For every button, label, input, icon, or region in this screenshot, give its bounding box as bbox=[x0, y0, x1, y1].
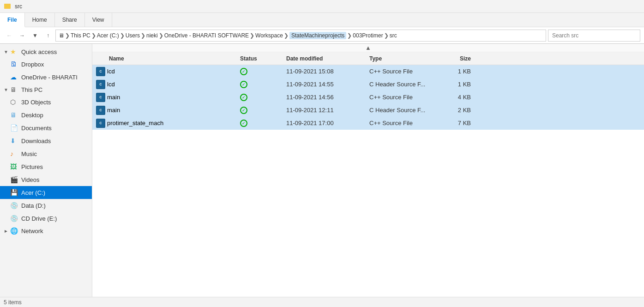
sidebar-item-3dobjects[interactable]: ⬡ 3D Objects bbox=[0, 96, 92, 108]
search-box[interactable] bbox=[548, 30, 640, 42]
cpp-file-icon-2: C bbox=[96, 80, 105, 89]
path-statemachine[interactable]: StateMachineprojects bbox=[289, 32, 346, 39]
cpp-file-icon-5: C bbox=[96, 119, 105, 128]
file-date-2: 11-09-2021 14:55 bbox=[286, 81, 369, 88]
sidebar-item-acerc[interactable]: 💾 Acer (C:) bbox=[0, 186, 92, 199]
path-src[interactable]: src bbox=[390, 32, 397, 39]
cddrive-icon: 💿 bbox=[10, 215, 18, 222]
sidebar-item-cddrive[interactable]: 💿 CD Drive (E:) bbox=[0, 212, 92, 225]
path-users[interactable]: Users bbox=[126, 32, 140, 39]
file-name-4: main bbox=[107, 107, 120, 114]
sidebar-label-pictures: Pictures bbox=[21, 163, 43, 170]
file-name-5: protimer_state_mach bbox=[107, 120, 163, 126]
file-status-3: ✓ bbox=[240, 94, 286, 101]
file-date-5: 11-09-2021 17:00 bbox=[286, 120, 369, 126]
file-name-3: main bbox=[107, 94, 120, 101]
sidebar-item-pictures[interactable]: 🖼 Pictures bbox=[0, 160, 92, 173]
sidebar-item-desktop[interactable]: 🖥 Desktop bbox=[0, 108, 92, 121]
file-status-5: ✓ bbox=[240, 120, 286, 127]
tab-file[interactable]: File bbox=[0, 13, 25, 27]
tab-home[interactable]: Home bbox=[25, 13, 55, 27]
title-bar-icons bbox=[4, 3, 11, 10]
thispc-icon: 🖥 bbox=[10, 86, 18, 93]
sidebar-label-music: Music bbox=[21, 150, 37, 157]
sidebar-label-dropbox: Dropbox bbox=[21, 61, 44, 68]
tab-view[interactable]: View bbox=[85, 13, 112, 27]
file-icon-3: C bbox=[96, 93, 105, 102]
datad-icon: 💿 bbox=[10, 202, 18, 209]
chevron-down-icon-thispc: ▼ bbox=[4, 87, 8, 92]
sidebar-item-onedrive[interactable]: ☁ OneDrive - BHARATI bbox=[0, 71, 92, 84]
table-row[interactable]: C main ✓ 11-09-2021 14:56 C++ Source Fil… bbox=[92, 91, 644, 104]
sidebar-label-desktop: Desktop bbox=[21, 112, 43, 119]
file-type-5: C++ Source File bbox=[369, 120, 443, 126]
file-date-4: 11-09-2021 12:11 bbox=[286, 107, 369, 114]
sidebar-item-videos[interactable]: 🎬 Videos bbox=[0, 173, 92, 186]
search-input[interactable] bbox=[552, 32, 636, 39]
file-icon-2: C bbox=[96, 80, 105, 89]
col-header-date[interactable]: Date modified bbox=[286, 55, 369, 62]
file-name-cell-5: C protimer_state_mach bbox=[92, 119, 240, 128]
file-status-4: ✓ bbox=[240, 107, 286, 114]
ribbon: File Home Share View bbox=[0, 13, 644, 27]
dropdown-button[interactable]: ▼ bbox=[30, 30, 41, 41]
sidebar-item-downloads[interactable]: ⬇ Downloads bbox=[0, 134, 92, 147]
onedrive-icon: ☁ bbox=[10, 73, 18, 81]
col-header-size[interactable]: Size bbox=[443, 55, 480, 62]
up-button[interactable]: ↑ bbox=[42, 30, 54, 41]
table-row[interactable]: C main ✓ 11-09-2021 12:11 C Header Sourc… bbox=[92, 104, 644, 117]
synced-icon-2: ✓ bbox=[240, 81, 247, 88]
sidebar-item-quick-access[interactable]: ▼ ★ Quick access bbox=[0, 46, 92, 58]
path-workspace[interactable]: Workspace bbox=[255, 32, 283, 39]
col-header-name[interactable]: Name bbox=[92, 55, 240, 62]
table-row[interactable]: C lcd ✓ 11-09-2021 15:08 C++ Source File… bbox=[92, 65, 644, 78]
path-thispc[interactable]: This PC bbox=[71, 32, 90, 39]
network-icon: 🌐 bbox=[10, 227, 18, 235]
sidebar-item-dropbox[interactable]: 🖻 Dropbox bbox=[0, 58, 92, 71]
file-icon-4: C bbox=[96, 106, 105, 115]
file-icon-1: C bbox=[96, 67, 105, 76]
table-row[interactable]: C lcd ✓ 11-09-2021 14:55 C Header Source… bbox=[92, 78, 644, 91]
path-home-icon: 🖥 bbox=[59, 32, 64, 39]
address-path[interactable]: 🖥 ❯ This PC ❯ Acer (C:) ❯ Users ❯ nieki … bbox=[55, 30, 546, 42]
title-bar: src bbox=[0, 0, 644, 13]
sidebar-label-3dobjects: 3D Objects bbox=[21, 99, 51, 106]
sidebar-item-thispc[interactable]: ▼ 🖥 This PC bbox=[0, 84, 92, 96]
pictures-icon: 🖼 bbox=[10, 163, 18, 170]
sidebar-label-downloads: Downloads bbox=[21, 138, 51, 144]
sidebar: ▼ ★ Quick access 🖻 Dropbox ☁ OneDrive - … bbox=[0, 44, 92, 297]
sidebar-item-documents[interactable]: 📄 Documents bbox=[0, 121, 92, 134]
dropbox-icon: 🖻 bbox=[10, 60, 18, 68]
file-size-2: 1 KB bbox=[443, 81, 480, 88]
synced-icon-5: ✓ bbox=[240, 120, 247, 127]
sidebar-item-datad[interactable]: 💿 Data (D:) bbox=[0, 199, 92, 212]
file-date-1: 11-09-2021 15:08 bbox=[286, 68, 369, 75]
documents-icon: 📄 bbox=[10, 124, 18, 132]
sidebar-item-music[interactable]: ♪ Music bbox=[0, 147, 92, 160]
ribbon-tabs: File Home Share View bbox=[0, 13, 644, 27]
file-pane: ▲ Name Status Date modified Type Size C … bbox=[92, 44, 644, 297]
col-header-status[interactable]: Status bbox=[240, 55, 286, 62]
tab-share[interactable]: Share bbox=[55, 13, 85, 27]
chevron-down-icon: ▼ bbox=[4, 49, 8, 54]
path-acerc[interactable]: Acer (C:) bbox=[97, 32, 119, 39]
path-onedrive[interactable]: OneDrive - BHARATI SOFTWARE bbox=[164, 32, 249, 39]
sidebar-item-network[interactable]: ► 🌐 Network bbox=[0, 225, 92, 237]
path-003protimer[interactable]: 003Protimer bbox=[353, 32, 383, 39]
status-bar: 5 items bbox=[0, 297, 644, 307]
path-nieki[interactable]: nieki bbox=[146, 32, 158, 39]
3dobjects-icon: ⬡ bbox=[10, 98, 18, 106]
collapse-row[interactable]: ▲ bbox=[92, 44, 644, 52]
col-header-type[interactable]: Type bbox=[369, 55, 443, 62]
sidebar-label-thispc: This PC bbox=[21, 86, 42, 93]
table-row[interactable]: C protimer_state_mach ✓ 11-09-2021 17:00… bbox=[92, 117, 644, 130]
sidebar-label-acerc: Acer (C:) bbox=[21, 189, 45, 196]
file-type-1: C++ Source File bbox=[369, 68, 443, 75]
videos-icon: 🎬 bbox=[10, 176, 18, 183]
file-icon-5: C bbox=[96, 119, 105, 128]
forward-button[interactable]: → bbox=[17, 30, 28, 41]
file-size-4: 2 KB bbox=[443, 107, 480, 114]
main-layout: ▼ ★ Quick access 🖻 Dropbox ☁ OneDrive - … bbox=[0, 44, 644, 297]
file-status-2: ✓ bbox=[240, 81, 286, 88]
back-button[interactable]: ← bbox=[4, 30, 15, 41]
